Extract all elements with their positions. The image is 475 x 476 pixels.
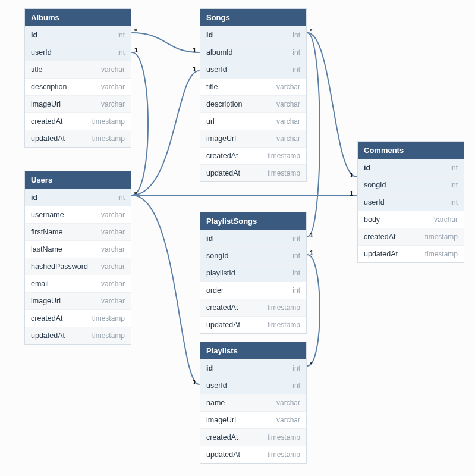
table-row: updatedAttimestamp: [25, 130, 131, 147]
table-row: createdAttimestamp: [200, 147, 306, 164]
table-row: firstNamevarchar: [25, 223, 131, 240]
table-row: createdAttimestamp: [25, 112, 131, 130]
table-row: imageUrlvarchar: [25, 292, 131, 309]
card-playlists-userid-one: 1: [193, 378, 196, 386]
table-songs: Songs idint albumIdint userIdint titleva…: [200, 8, 307, 182]
card-songs-userid-one: 1: [193, 65, 196, 73]
table-header-songs: Songs: [200, 9, 306, 26]
table-row: updatedAttimestamp: [200, 316, 306, 333]
table-row: idint: [25, 189, 131, 206]
table-row: createdAttimestamp: [25, 309, 131, 327]
table-row: playlistIdint: [200, 264, 306, 281]
table-row: albumIdint: [200, 43, 306, 61]
card-albums-userid-one: 1: [134, 46, 138, 54]
table-row: namevarchar: [200, 394, 306, 411]
table-row: titlevarchar: [25, 61, 131, 78]
card-comments-userid-one: 1: [350, 190, 353, 197]
table-row: hashedPasswordvarchar: [25, 258, 131, 275]
table-row: songIdint: [200, 247, 306, 264]
table-header-users: Users: [25, 171, 131, 189]
card-playlists-id-star: *: [310, 361, 312, 368]
table-row: emailvarchar: [25, 275, 131, 292]
table-row: orderint: [200, 281, 306, 299]
table-row: idint: [200, 359, 306, 377]
table-row: idint: [200, 230, 306, 247]
table-row: descriptionvarchar: [25, 78, 131, 95]
table-row: createdAttimestamp: [200, 428, 306, 446]
table-playlists: Playlists idint userIdint namevarchar im…: [200, 342, 307, 464]
table-users: Users idint usernamevarchar firstNamevar…: [24, 171, 131, 345]
table-row: userIdint: [25, 43, 131, 61]
table-header-albums: Albums: [25, 9, 131, 26]
table-row: bodyvarchar: [358, 211, 464, 228]
table-albums: Albums idint userIdint titlevarchar desc…: [24, 8, 131, 148]
table-row: updatedAttimestamp: [25, 327, 131, 344]
table-header-playlistsongs: PlaylistSongs: [200, 212, 306, 230]
card-playlistsongs-songid-one: 1: [310, 231, 313, 239]
card-songs-id-star: *: [310, 27, 312, 35]
table-header-comments: Comments: [358, 142, 464, 159]
table-row: imageUrlvarchar: [200, 130, 306, 147]
table-row: urlvarchar: [200, 112, 306, 130]
table-row: userIdint: [358, 193, 464, 211]
table-header-playlists: Playlists: [200, 342, 306, 359]
table-row: userIdint: [200, 61, 306, 78]
card-users-id-star: *: [134, 190, 137, 198]
card-playlistsongs-playlistid-one: 1: [310, 249, 313, 256]
table-row: titlevarchar: [200, 78, 306, 95]
table-row: idint: [358, 159, 464, 176]
table-row: idint: [25, 26, 131, 43]
table-row: imageUrlvarchar: [25, 95, 131, 112]
table-comments: Comments idint songIdint userIdint bodyv…: [357, 141, 464, 263]
table-row: createdAttimestamp: [200, 299, 306, 316]
card-comments-songid-one: 1: [350, 171, 353, 178]
table-row: createdAttimestamp: [358, 228, 464, 245]
table-row: updatedAttimestamp: [358, 245, 464, 262]
table-playlistsongs: PlaylistSongs idint songIdint playlistId…: [200, 212, 307, 334]
table-row: imageUrlvarchar: [200, 411, 306, 428]
table-row: userIdint: [200, 377, 306, 394]
table-row: updatedAttimestamp: [200, 446, 306, 463]
table-row: updatedAttimestamp: [200, 164, 306, 181]
table-row: descriptionvarchar: [200, 95, 306, 112]
table-row: idint: [200, 26, 306, 43]
card-songs-albumid-one: 1: [193, 46, 196, 54]
table-row: lastNamevarchar: [25, 240, 131, 258]
table-row: usernamevarchar: [25, 206, 131, 223]
card-albums-id-star: *: [134, 27, 137, 35]
table-row: songIdint: [358, 176, 464, 193]
